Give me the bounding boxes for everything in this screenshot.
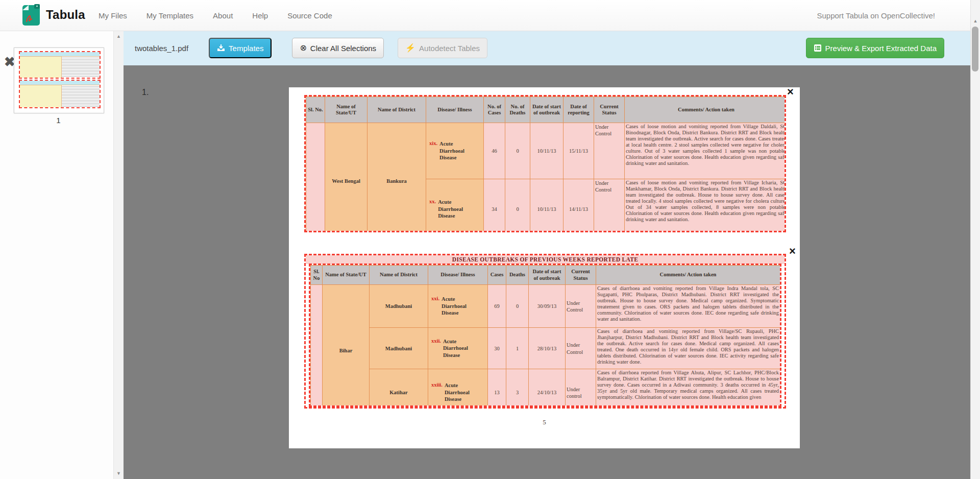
cell-sl-no: [306, 123, 325, 233]
list-alt-icon: [814, 44, 822, 52]
cell-status: Under Control: [566, 285, 596, 328]
cell-disease: xxiii.Acute Diarrhoeal Disease: [428, 369, 488, 408]
cell-disease: xxi.Acute Diarrhoeal Disease: [428, 285, 488, 328]
table-selection-2-inner[interactable]: Sl. No Name of State/UT Name of District…: [309, 264, 781, 407]
col-header: Deaths: [506, 266, 529, 285]
pdf-page-number: 5: [289, 418, 800, 426]
col-header: Name of District: [370, 266, 428, 285]
nav-my-files[interactable]: My Files: [89, 11, 137, 20]
cell-disease: xix.Acute Diarrhoeal Disease: [426, 123, 484, 179]
col-header: No. of Cases: [484, 97, 505, 123]
cell-disease: xxii.Acute Diarrhoeal Disease: [428, 328, 488, 369]
cell-start-date: 10/11/13: [530, 123, 564, 179]
col-header: Current Status: [566, 266, 596, 285]
thumbnail-selection-2: [19, 80, 101, 108]
sidebar-scrollbar[interactable]: ▲ ▼: [113, 31, 124, 479]
col-header: No. of Deaths: [505, 97, 530, 123]
table-row: West Bengal Bankura xix.Acute Diarrhoeal…: [306, 123, 787, 179]
cell-comments: Cases of diarrhoea reported from Village…: [596, 369, 780, 408]
nav-about[interactable]: About: [203, 11, 242, 20]
mini-table-header: [20, 52, 100, 57]
preview-export-button[interactable]: Preview & Export Extracted Data: [806, 38, 944, 58]
table-selection-2[interactable]: DISEASE OUTBREAKS OF PREVIOUS WEEKS REPO…: [304, 254, 786, 409]
scroll-up-icon[interactable]: ▲: [114, 34, 124, 39]
cell-deaths: 0: [506, 285, 529, 328]
cell-report-date: 15/11/13: [564, 123, 594, 179]
cell-cases: 34: [484, 179, 505, 233]
document-toolbar: twotables_1.pdf Templates ⊗ Clear All Se…: [124, 31, 971, 65]
scroll-up-icon[interactable]: ▲: [971, 18, 980, 23]
cell-deaths: 1: [506, 328, 529, 369]
nav-source-code[interactable]: Source Code: [278, 11, 342, 20]
tabula-logo-icon: [22, 4, 41, 26]
col-header: Date of start of outbreak: [529, 266, 566, 285]
cell-disease: xx.Acute Diarrhoeal Disease: [426, 179, 484, 233]
brand[interactable]: Tabula: [22, 4, 85, 26]
cell-cases: 30: [488, 328, 506, 369]
document-filename: twotables_1.pdf: [135, 44, 188, 53]
outbreak-table-2: Sl. No Name of State/UT Name of District…: [310, 265, 780, 407]
main-nav: My Files My Templates About Help Source …: [89, 0, 342, 31]
cell-state: Bihar: [323, 285, 370, 408]
top-navbar: Tabula My Files My Templates About Help …: [0, 0, 980, 31]
col-header: Comments/ Action taken: [625, 97, 787, 123]
col-header: Disease/ Illness: [428, 266, 488, 285]
tabula-app: Tabula My Files My Templates About Help …: [0, 0, 980, 479]
table-row: Madhubani xxii.Acute Diarrhoeal Disease …: [311, 328, 780, 369]
table-2-title: DISEASE OUTBREAKS OF PREVIOUS WEEKS REPO…: [306, 255, 785, 264]
col-header: Name of State/UT: [323, 266, 370, 285]
cell-start-date: 24/10/13: [529, 369, 566, 408]
main-scrollbar[interactable]: ▲: [970, 0, 980, 479]
cell-cases: 46: [484, 123, 505, 179]
table-header-row: Sl. No Name of State/UT Name of District…: [311, 266, 780, 285]
thumbnail-page-number: 1: [14, 116, 103, 125]
cell-cases: 69: [488, 285, 506, 328]
cell-deaths: 3: [506, 369, 529, 408]
table-selection-1[interactable]: Sl. No. Name of State/UT Name of Distric…: [304, 95, 786, 232]
cell-comments: Cases of diarrhoea and vomiting reported…: [596, 328, 780, 369]
thumbnail-sidebar: ✖ 1: [0, 31, 113, 479]
cell-district: Bankura: [368, 123, 426, 233]
cell-sl-no: [311, 285, 323, 408]
col-header: Disease/ Illness: [426, 97, 484, 123]
cell-district: Madhubani: [370, 328, 428, 369]
close-selection-2-icon[interactable]: ×: [789, 247, 796, 256]
col-header: Sl. No: [311, 266, 323, 285]
save-template-icon: [217, 44, 225, 52]
nav-my-templates[interactable]: My Templates: [137, 11, 203, 20]
col-header: Date of reporting: [564, 97, 594, 123]
close-selection-1-icon[interactable]: ×: [787, 87, 794, 97]
pdf-page[interactable]: × × Sl. No. Name of State/UT Name of Dis…: [289, 87, 800, 448]
cell-comments: Cases of loose motion and vomiting repor…: [625, 123, 787, 179]
flash-icon: ⚡: [405, 44, 415, 52]
templates-button[interactable]: Templates: [209, 38, 272, 58]
support-link[interactable]: Support Tabula on OpenCollective!: [817, 0, 935, 31]
cell-report-date: 14/11/13: [564, 179, 594, 233]
scroll-down-icon[interactable]: ▼: [114, 471, 124, 476]
cell-cases: 13: [488, 369, 506, 408]
cell-start-date: 28/10/13: [529, 328, 566, 369]
thumbnail-selection-1: [19, 51, 101, 79]
cell-start-date: 30/09/13: [529, 285, 566, 328]
cell-status: Under control: [566, 369, 596, 408]
cell-comments: Cases of diarrhoea and vomiting reported…: [596, 285, 780, 328]
scrollbar-thumb[interactable]: [972, 27, 978, 71]
autodetect-tables-button[interactable]: ⚡ Autodetect Tables: [398, 38, 487, 58]
brand-name: Tabula: [46, 8, 85, 22]
col-header: Date of start of outbreak: [530, 97, 564, 123]
cell-start-date: 10/11/13: [530, 179, 564, 233]
cell-comments: Cases of loose motion and vomiting repor…: [625, 179, 787, 233]
table-row: Katihar xxiii.Acute Diarrhoeal Disease 1…: [311, 369, 780, 408]
cell-status: Under Control: [594, 123, 625, 179]
mini-table-header: [20, 81, 100, 85]
remove-circle-icon: ⊗: [300, 44, 306, 52]
cell-deaths: 0: [505, 179, 530, 233]
col-header: Name of State/UT: [325, 97, 368, 123]
cell-district: Katihar: [370, 369, 428, 408]
cell-district: Madhubani: [370, 285, 428, 328]
clear-all-selections-button[interactable]: ⊗ Clear All Selections: [292, 38, 384, 58]
nav-help[interactable]: Help: [242, 11, 278, 20]
col-header: Current Status: [594, 97, 625, 123]
page-thumbnail[interactable]: [14, 47, 104, 113]
outbreak-table-1: Sl. No. Name of State/UT Name of Distric…: [306, 97, 786, 232]
